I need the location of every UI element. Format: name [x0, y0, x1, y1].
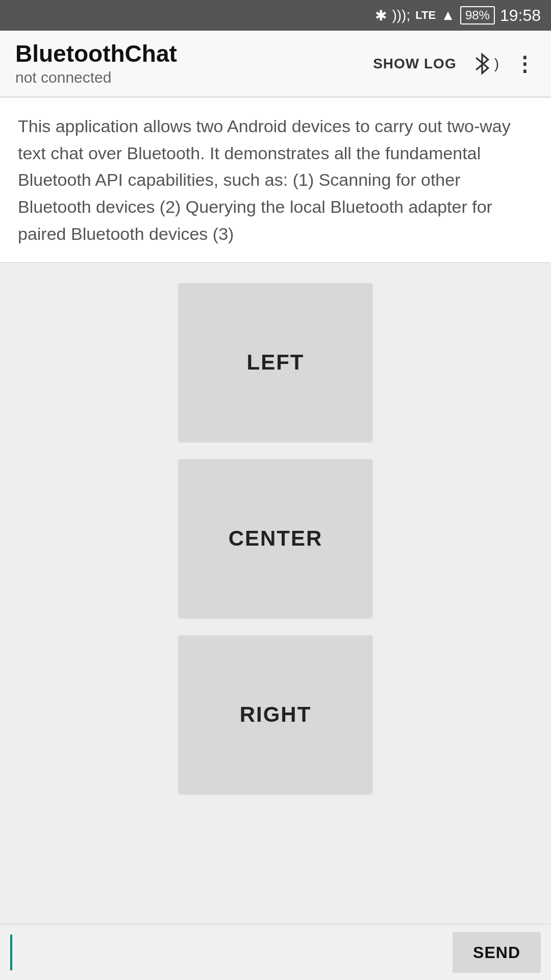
- connection-status: not connected: [15, 69, 373, 86]
- status-bar: ✱ ))); LTE ▲ 98% 19:58: [0, 0, 551, 31]
- bluetooth-active-indicator: ): [494, 56, 499, 72]
- message-input[interactable]: [10, 935, 453, 970]
- left-button[interactable]: LEFT: [179, 283, 372, 442]
- center-button[interactable]: CENTER: [179, 459, 372, 618]
- app-bar: BluetoothChat not connected SHOW LOG ) ⋮: [0, 31, 551, 97]
- bottom-bar: SEND: [0, 924, 551, 980]
- status-icons: ✱ ))); LTE ▲ 98% 19:58: [375, 6, 541, 25]
- send-button[interactable]: SEND: [453, 932, 541, 973]
- show-log-button[interactable]: SHOW LOG: [373, 56, 457, 72]
- lte-status-icon: LTE: [415, 9, 436, 22]
- signal-icon: ▲: [441, 7, 455, 23]
- status-time: 19:58: [500, 6, 541, 25]
- battery-status: 98%: [460, 6, 495, 24]
- bluetooth-status-icon: ✱: [375, 7, 387, 24]
- description-box: This application allows two Android devi…: [0, 97, 551, 263]
- bluetooth-button[interactable]: ): [472, 51, 499, 77]
- buttons-area: LEFT CENTER RIGHT: [0, 263, 551, 924]
- right-button[interactable]: RIGHT: [179, 635, 372, 794]
- wifi-status-icon: )));: [392, 7, 410, 23]
- bluetooth-icon: [472, 51, 492, 77]
- app-title: BluetoothChat: [15, 41, 373, 67]
- more-options-button[interactable]: ⋮: [514, 52, 536, 76]
- app-bar-actions: SHOW LOG ) ⋮: [373, 51, 536, 77]
- description-text: This application allows two Android devi…: [18, 113, 533, 247]
- app-title-group: BluetoothChat not connected: [15, 41, 373, 86]
